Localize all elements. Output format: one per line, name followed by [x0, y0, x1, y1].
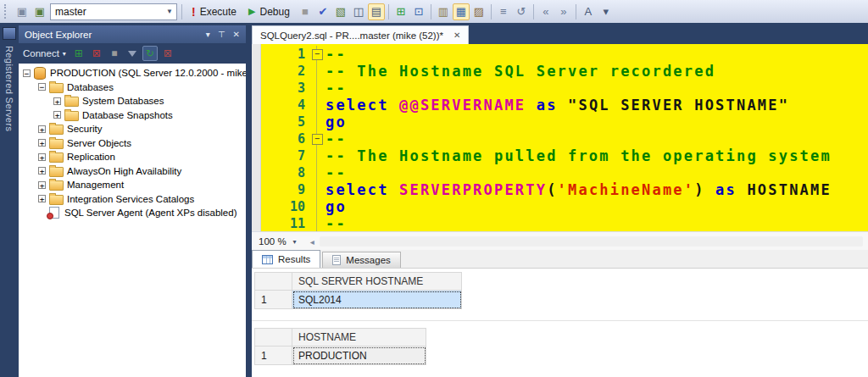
close-icon[interactable]: ✕: [233, 30, 240, 39]
registered-servers-strip[interactable]: Registered Servers: [0, 23, 19, 377]
code-line[interactable]: 2-- The Hostname SQL Server recordered: [261, 63, 868, 80]
folder-icon: [49, 167, 64, 177]
error-logs-icon[interactable]: ⊠: [160, 46, 175, 61]
document-tab[interactable]: SQLQuery2.sql - PR....master (mike (52))…: [252, 25, 469, 44]
indent-icon[interactable]: »: [555, 3, 572, 20]
code-line[interactable]: 11--: [261, 215, 868, 231]
tree-item-replication[interactable]: +Replication: [19, 150, 246, 164]
disconnect-server-icon[interactable]: ⊠: [89, 46, 104, 61]
expand-icon[interactable]: +: [38, 153, 46, 161]
grid-column-header[interactable]: SQL SERVER HOSTNAME: [292, 272, 462, 291]
database-combobox[interactable]: master ▼: [50, 3, 177, 20]
code-line[interactable]: 1−--: [261, 46, 868, 63]
token-plain: ): [694, 181, 715, 198]
expand-icon[interactable]: +: [53, 111, 61, 119]
line-number: 10: [261, 199, 309, 214]
outdent-icon[interactable]: «: [537, 3, 554, 20]
tree-item-management[interactable]: +Management: [19, 178, 246, 192]
code-line[interactable]: 8--: [261, 164, 868, 181]
tree-item-server-objects[interactable]: +Server Objects: [19, 136, 246, 151]
code-line[interactable]: 7-- The Hostname pulled from the operati…: [261, 147, 868, 164]
window-menu-icon[interactable]: ▾: [206, 30, 210, 39]
code-line[interactable]: 10go: [261, 198, 868, 215]
execute-button[interactable]: ! Execute: [186, 3, 242, 21]
results-pane-icon[interactable]: ▤: [368, 3, 385, 20]
scroll-left-icon[interactable]: ◂: [310, 237, 314, 247]
tree-item-label: Databases: [67, 82, 114, 92]
tree-item-security[interactable]: +Security: [19, 122, 246, 136]
comment-icon[interactable]: ≡: [495, 3, 512, 20]
expand-icon[interactable]: +: [38, 195, 46, 202]
registered-servers-label[interactable]: Registered Servers: [4, 46, 14, 131]
stop-icon[interactable]: ■: [107, 46, 122, 61]
tree-item-alwayson-high-availability[interactable]: +AlwaysOn High Availability: [19, 164, 246, 179]
grid-corner-cell[interactable]: [254, 272, 292, 291]
row-number-cell[interactable]: 1: [254, 291, 292, 309]
toolbar-overflow-icon[interactable]: ▾: [598, 3, 615, 20]
row-number-cell[interactable]: 1: [254, 347, 292, 365]
expand-icon[interactable]: +: [38, 125, 46, 133]
value-cell[interactable]: SQL2014: [292, 291, 462, 309]
value-cell[interactable]: PRODUCTION: [292, 347, 426, 365]
code-line[interactable]: 5go: [261, 114, 868, 130]
results-grid-icon[interactable]: ▦: [453, 3, 470, 20]
find-symbol-icon[interactable]: A: [580, 3, 597, 20]
parse-icon[interactable]: ✔: [314, 3, 331, 20]
collapse-icon[interactable]: −: [23, 69, 31, 77]
connection-icon[interactable]: ▣: [14, 3, 31, 20]
tree-item-system-databases[interactable]: +System Databases: [19, 94, 246, 108]
filter-icon[interactable]: [125, 46, 140, 61]
outline-guide: [316, 80, 317, 97]
collapse-region-icon[interactable]: −: [312, 134, 323, 145]
code-area[interactable]: 1−--2-- The Hostname SQL Server recorder…: [261, 44, 868, 231]
close-icon[interactable]: ✕: [453, 30, 460, 40]
toolbar-grip[interactable]: [4, 4, 8, 19]
code-text: -- The Hostname pulled from the operatin…: [326, 147, 832, 164]
expand-icon[interactable]: +: [53, 97, 61, 105]
tree-item-label: AlwaysOn High Availability: [67, 166, 181, 176]
expand-icon[interactable]: +: [38, 167, 46, 175]
code-text: select @@SERVERNAME as "SQL SERVER HOSTN…: [326, 97, 789, 114]
intellisense-icon[interactable]: ⊞: [392, 3, 409, 20]
expand-icon[interactable]: +: [38, 181, 46, 189]
debug-button[interactable]: ▶ Debug: [243, 3, 295, 21]
template-parameters-icon[interactable]: ◫: [350, 3, 367, 20]
designer-icon[interactable]: ⊡: [410, 3, 427, 20]
analyze-icon[interactable]: ▧: [332, 3, 349, 20]
uncomment-icon[interactable]: ↺: [513, 3, 530, 20]
tree-item-production-sql-server-12-0-2000-mike[interactable]: −PRODUCTION (SQL Server 12.0.2000 - mike…: [19, 66, 246, 80]
tab-results[interactable]: Results: [252, 250, 320, 268]
refresh-icon[interactable]: ↻: [142, 46, 158, 61]
stop-icon[interactable]: ■: [297, 3, 314, 20]
tree-item-sql-server-agent-agent-xps-disabled[interactable]: SQL Server Agent (Agent XPs disabled): [19, 206, 246, 220]
connect-server-icon[interactable]: ⊞: [71, 46, 86, 61]
code-text: --: [326, 130, 347, 147]
pin-icon[interactable]: ⊤: [218, 30, 225, 39]
zoom-combobox[interactable]: 100 % ▾: [252, 232, 302, 251]
token-comment: -- The Hostname pulled from the operatin…: [326, 147, 832, 164]
code-line[interactable]: 4select @@SERVERNAME as "SQL SERVER HOST…: [261, 97, 868, 114]
code-line[interactable]: 3--: [261, 80, 868, 97]
results-text-icon[interactable]: ▥: [435, 3, 452, 20]
sql-editor[interactable]: 1−--2-- The Hostname SQL Server recorder…: [252, 44, 868, 231]
fold-margin: [309, 198, 326, 215]
panel-splitter[interactable]: [246, 25, 252, 377]
line-number: 7: [261, 148, 309, 164]
tree-item-databases[interactable]: −Databases: [19, 80, 246, 95]
chevron-down-icon[interactable]: ▼: [163, 4, 176, 19]
grid-corner-cell[interactable]: [254, 328, 292, 347]
tab-messages[interactable]: Messages: [322, 252, 400, 268]
horizontal-scrollbar[interactable]: [320, 236, 863, 247]
code-line[interactable]: 9select SERVERPROPERTY('MachineName') as…: [261, 181, 868, 198]
results-file-icon[interactable]: ▨: [470, 3, 487, 20]
tree-item-database-snapshots[interactable]: +Database Snapshots: [19, 108, 246, 123]
tree-item-integration-services-catalogs[interactable]: +Integration Services Catalogs: [19, 192, 246, 207]
code-line[interactable]: 6−--: [261, 130, 868, 147]
line-number: 5: [261, 114, 309, 130]
change-connection-icon[interactable]: ▣: [31, 3, 48, 20]
grid-column-header[interactable]: HOSTNAME: [292, 328, 426, 347]
expand-icon[interactable]: +: [38, 139, 46, 147]
collapse-region-icon[interactable]: −: [312, 49, 323, 60]
collapse-icon[interactable]: −: [38, 83, 46, 91]
connect-button[interactable]: Connect ▾: [23, 48, 66, 58]
